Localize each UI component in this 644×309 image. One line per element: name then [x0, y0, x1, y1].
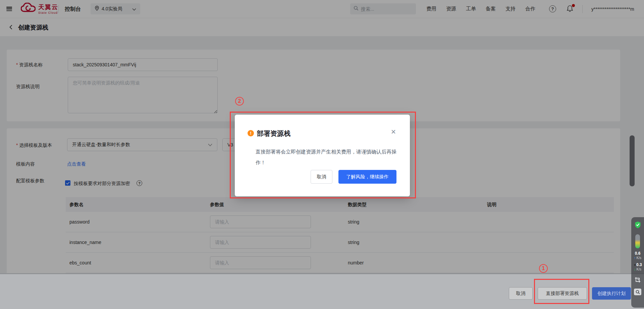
upload-arrow-icon: ↑	[634, 256, 636, 260]
download-speed-unit: K/s	[637, 267, 641, 271]
create-execution-plan-button[interactable]: 创建执行计划	[592, 287, 631, 300]
speed-gauge-icon[interactable]	[635, 234, 640, 248]
vertical-scrollbar-thumb[interactable]	[630, 135, 635, 186]
shield-check-icon[interactable]	[634, 221, 641, 230]
magnifier-tool-icon[interactable]	[634, 289, 641, 295]
upload-speed-unit: K/s	[637, 256, 641, 260]
deploy-directly-button[interactable]: 直接部署资源栈	[538, 287, 587, 300]
download-triangle-icon: ▼	[633, 263, 636, 267]
warning-icon: !	[248, 130, 254, 136]
browser-extension-panel: 0.6 ↑K/s ▼0.3 ↓K/s	[631, 217, 644, 308]
dialog-title: 部署资源栈	[257, 129, 290, 138]
dialog-message: 直接部署将会立即创建资源并产生相关费用，请谨慎确认后再操作！	[256, 146, 396, 168]
deploy-confirm-dialog: ! 部署资源栈 ✕ 直接部署将会立即创建资源并产生相关费用，请谨慎确认后再操作！…	[235, 115, 410, 196]
download-arrow-icon: ↓	[634, 267, 636, 271]
footer-action-bar: 取消 直接部署资源栈 创建执行计划	[0, 273, 644, 309]
dialog-cancel-button[interactable]: 取消	[311, 170, 332, 184]
cancel-button[interactable]: 取消	[509, 287, 533, 300]
dialog-confirm-button[interactable]: 了解风险，继续操作	[338, 170, 396, 184]
close-icon[interactable]: ✕	[389, 127, 398, 136]
upload-speed-value: 0.6	[635, 251, 641, 256]
screenshot-crop-icon[interactable]	[634, 276, 641, 285]
download-speed-value: 0.3	[636, 262, 642, 267]
